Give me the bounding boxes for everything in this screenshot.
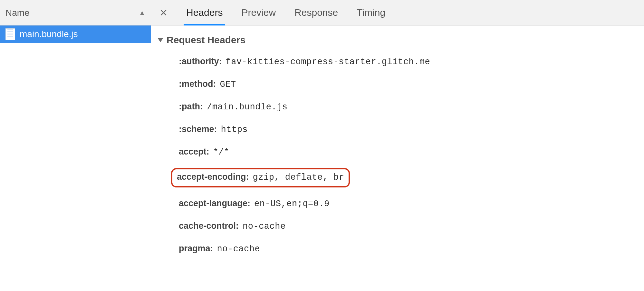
header-name: accept: [179, 147, 209, 157]
header-item[interactable]: :scheme:https [176, 123, 637, 136]
header-name: :authority: [179, 56, 222, 66]
tab-headers[interactable]: Headers [186, 0, 223, 25]
disclosure-triangle-icon [158, 38, 163, 42]
request-details-panel: ✕ Headers Preview Response Timing Reques… [151, 0, 644, 291]
network-request-list: Name ▲ main.bundle.js [0, 0, 151, 291]
header-value: gzip, deflate, br [253, 173, 344, 182]
header-name: pragma: [179, 244, 213, 254]
name-column-label: Name [5, 8, 139, 18]
header-item[interactable]: pragma:no-cache [176, 242, 637, 255]
header-name: :path: [179, 102, 203, 112]
header-value: no-cache [243, 222, 286, 231]
header-name: cache-control: [179, 221, 239, 231]
header-value: /main.bundle.js [207, 102, 288, 112]
header-item[interactable]: accept-encoding:gzip, deflate, br [171, 168, 350, 187]
header-item[interactable]: :path:/main.bundle.js [176, 100, 637, 113]
header-item[interactable]: accept:*/* [176, 146, 637, 158]
header-value: fav-kitties-compress-starter.glitch.me [226, 57, 430, 67]
tab-preview[interactable]: Preview [241, 0, 276, 25]
tab-response[interactable]: Response [294, 0, 338, 25]
details-tabs: ✕ Headers Preview Response Timing [151, 0, 644, 25]
close-icon[interactable]: ✕ [159, 7, 168, 18]
tab-timing[interactable]: Timing [357, 0, 385, 25]
request-row-main-bundle[interactable]: main.bundle.js [0, 25, 151, 43]
headers-content: Request Headers :authority:fav-kitties-c… [151, 25, 644, 291]
name-column-header[interactable]: Name ▲ [0, 0, 151, 25]
section-title: Request Headers [167, 35, 245, 45]
header-value: en-US,en;q=0.9 [254, 199, 330, 209]
file-icon [5, 28, 15, 40]
header-name: :scheme: [179, 124, 217, 134]
header-value: */* [213, 147, 229, 157]
headers-list: :authority:fav-kitties-compress-starter.… [176, 55, 637, 255]
header-value: no-cache [217, 244, 260, 254]
request-headers-section[interactable]: Request Headers [158, 35, 637, 45]
header-name: :method: [179, 79, 216, 89]
header-name: accept-encoding: [177, 172, 249, 182]
header-item[interactable]: cache-control:no-cache [176, 220, 637, 233]
header-value: GET [220, 80, 236, 89]
header-item[interactable]: :method:GET [176, 78, 637, 91]
header-value: https [221, 125, 248, 135]
sort-asc-icon: ▲ [139, 9, 146, 17]
header-item[interactable]: accept-language:en-US,en;q=0.9 [176, 197, 637, 210]
header-name: accept-language: [179, 198, 250, 208]
header-item[interactable]: :authority:fav-kitties-compress-starter.… [176, 55, 637, 68]
request-file-name: main.bundle.js [20, 29, 78, 39]
